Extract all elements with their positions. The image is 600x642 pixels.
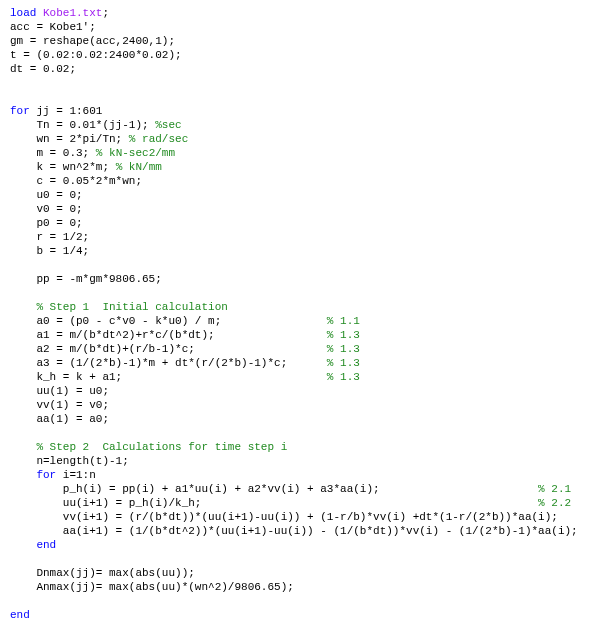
code-line: a0 = (p0 - c*v0 - k*u0) / m; % 1.1 [10, 315, 360, 327]
code-text: wn = 2*pi/Tn; [36, 133, 128, 145]
code-line: a1 = m/(b*dt^2)+r*c/(b*dt); % 1.3 [10, 329, 360, 341]
keyword-end: end [10, 609, 30, 621]
comment: % 1.1 [327, 315, 360, 327]
code-text: i=1:n [56, 469, 96, 481]
code-line: n=length(t)-1; [10, 455, 129, 467]
keyword-load: load [10, 7, 36, 19]
code-line: v0 = 0; [10, 203, 83, 215]
code-indent [10, 539, 36, 551]
keyword-for: for [36, 469, 56, 481]
code-indent [10, 119, 36, 131]
code-line: Anmax(jj)= max(abs(uu)*(wn^2)/9806.65); [10, 581, 294, 593]
code-line: for jj = 1:601 [10, 105, 102, 117]
code-text: Tn = 0.01*(jj-1); [36, 119, 155, 131]
code-line: k = wn^2*m; % kN/mm [10, 161, 162, 173]
code-line: a2 = m/(b*dt)+(r/b-1)*c; % 1.3 [10, 343, 360, 355]
code-text: a2 = m/(b*dt)+(r/b-1)*c; [10, 343, 327, 355]
code-line: gm = reshape(acc,2400,1); [10, 35, 175, 47]
code-text: uu(i+1) = p_h(i)/k_h; [10, 497, 538, 509]
code-line: uu(i+1) = p_h(i)/k_h; % 2.2 [10, 497, 571, 509]
code-indent [10, 469, 36, 481]
comment: % 1.3 [327, 357, 360, 369]
comment: % 1.3 [327, 343, 360, 355]
code-line: aa(i+1) = (1/(b*dt^2))*(uu(i+1)-uu(i)) -… [10, 525, 578, 537]
string-filename: Kobe1.txt [36, 7, 102, 19]
code-line: p_h(i) = pp(i) + a1*uu(i) + a2*vv(i) + a… [10, 483, 571, 495]
code-line: Dnmax(jj)= max(abs(uu)); [10, 567, 195, 579]
code-block: load Kobe1.txt; acc = Kobe1'; gm = resha… [10, 6, 594, 622]
code-line: b = 1/4; [10, 245, 89, 257]
code-line: end [10, 539, 56, 551]
code-line: Tn = 0.01*(jj-1); %sec [10, 119, 182, 131]
comment: % 2.2 [538, 497, 571, 509]
comment: % rad/sec [129, 133, 188, 145]
code-line: wn = 2*pi/Tn; % rad/sec [10, 133, 188, 145]
code-indent [10, 133, 36, 145]
code-text: a3 = (1/(2*b)-1)*m + dt*(r/(2*b)-1)*c; [10, 357, 327, 369]
code-text: jj = 1:601 [30, 105, 103, 117]
code-line: uu(1) = u0; [10, 385, 109, 397]
code-line: load Kobe1.txt; [10, 7, 109, 19]
code-line: m = 0.3; % kN-sec2/mm [10, 147, 175, 159]
comment: %sec [155, 119, 181, 131]
comment-step2: % Step 2 Calculations for time step i [10, 441, 287, 453]
code-text: a0 = (p0 - c*v0 - k*u0) / m; [10, 315, 327, 327]
code-line: u0 = 0; [10, 189, 83, 201]
keyword-end: end [36, 539, 56, 551]
code-text: k = wn^2*m; [36, 161, 115, 173]
code-indent [10, 147, 36, 159]
code-line: pp = -m*gm*9806.65; [10, 273, 162, 285]
code-line: vv(i+1) = (r/(b*dt))*(uu(i+1)-uu(i)) + (… [10, 511, 558, 523]
comment-step1: % Step 1 Initial calculation [10, 301, 228, 313]
code-line: for i=1:n [10, 469, 96, 481]
code-text: p_h(i) = pp(i) + a1*uu(i) + a2*vv(i) + a… [10, 483, 538, 495]
code-line: dt = 0.02; [10, 63, 76, 75]
code-text: ; [102, 7, 109, 19]
code-line: k_h = k + a1; % 1.3 [10, 371, 360, 383]
code-indent [10, 161, 36, 173]
code-line: t = (0.02:0.02:2400*0.02); [10, 49, 182, 61]
code-line: aa(1) = a0; [10, 413, 109, 425]
keyword-for: for [10, 105, 30, 117]
code-text: m = 0.3; [36, 147, 95, 159]
code-text: k_h = k + a1; [10, 371, 327, 383]
comment: % 1.3 [327, 329, 360, 341]
code-line: acc = Kobe1'; [10, 21, 96, 33]
code-line: c = 0.05*2*m*wn; [10, 175, 142, 187]
comment: % 2.1 [538, 483, 571, 495]
comment: % kN/mm [116, 161, 162, 173]
code-line: r = 1/2; [10, 231, 89, 243]
code-line: p0 = 0; [10, 217, 83, 229]
code-line: end [10, 609, 30, 621]
code-line: a3 = (1/(2*b)-1)*m + dt*(r/(2*b)-1)*c; %… [10, 357, 360, 369]
code-line: vv(1) = v0; [10, 399, 109, 411]
comment: % kN-sec2/mm [96, 147, 175, 159]
comment: % 1.3 [327, 371, 360, 383]
code-text: a1 = m/(b*dt^2)+r*c/(b*dt); [10, 329, 327, 341]
